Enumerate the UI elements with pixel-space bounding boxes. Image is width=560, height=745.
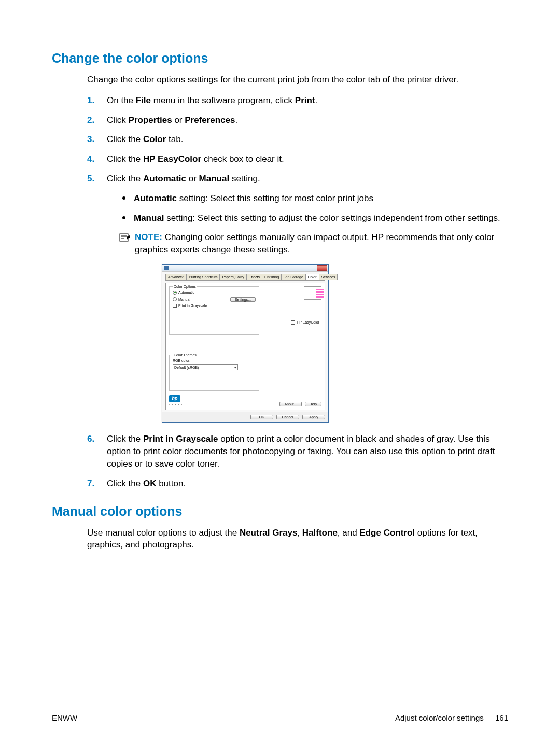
step-2: Click Properties or Preferences. <box>87 114 508 126</box>
dialog-titlebar[interactable] <box>162 265 328 272</box>
radio-manual-label: Manual <box>178 297 190 302</box>
bold-color: Color <box>143 134 166 144</box>
note-text: NOTE: Changing color settings manually c… <box>135 231 508 256</box>
footer-right: Adjust color/color settings 161 <box>395 712 508 723</box>
tab-finishing[interactable]: Finishing <box>262 274 282 280</box>
intro-paragraph: Change the color options settings for th… <box>87 74 508 86</box>
bullet-automatic: Automatic setting: Select this setting f… <box>119 192 508 205</box>
apply-button[interactable]: Apply <box>302 415 325 419</box>
bold-manual: Manual <box>134 213 164 223</box>
bold-automatic: Automatic <box>134 193 177 203</box>
help-button[interactable]: Help <box>305 402 321 406</box>
text: Click the <box>107 174 143 184</box>
bold-properties: Properties <box>129 115 172 125</box>
step-7: Click the OK button. <box>87 477 508 490</box>
radio-manual[interactable]: Manual <box>173 297 190 302</box>
tab-advanced[interactable]: Advanced <box>165 274 187 280</box>
color-tab-dialog: Advanced Printing Shortcuts Paper/Qualit… <box>162 264 329 423</box>
group-color-options: Color Options Automatic Manual <box>169 286 259 335</box>
text: setting: Select this setting to adjust t… <box>164 213 500 223</box>
preview-area: HP EasyColor <box>270 286 321 326</box>
step-4: Click the HP EasyColor check box to clea… <box>87 153 508 165</box>
text: tab. <box>166 134 183 144</box>
text: setting. <box>229 174 260 184</box>
dialog-bottom-row: hp • • • • • About... Help <box>169 395 321 406</box>
close-icon[interactable] <box>317 265 327 271</box>
cancel-button[interactable]: Cancel <box>276 415 299 419</box>
bold-edge-control: Edge Control <box>359 528 415 538</box>
text: , <box>297 528 302 538</box>
group-title-color-options: Color Options <box>173 284 197 289</box>
tab-strip: Advanced Printing Shortcuts Paper/Qualit… <box>165 274 325 281</box>
radio-automatic-label: Automatic <box>178 290 194 296</box>
step-5: Click the Automatic or Manual setting. A… <box>87 173 508 423</box>
text: setting: Select this setting for most co… <box>177 193 373 203</box>
step-3: Click the Color tab. <box>87 133 508 146</box>
manual-intro-paragraph: Use manual color options to adjust the N… <box>87 527 508 552</box>
checkbox-icon <box>173 304 177 308</box>
note-label: NOTE: <box>135 232 162 242</box>
tab-job-storage[interactable]: Job Storage <box>281 274 306 280</box>
text: , and <box>338 528 360 538</box>
text: Use manual color options to adjust the <box>87 528 240 538</box>
substep-bullets: Automatic setting: Select this setting f… <box>119 192 508 224</box>
text: Click the <box>107 434 143 444</box>
dialog-screenshot: Advanced Printing Shortcuts Paper/Qualit… <box>162 264 508 423</box>
tab-panel-color: HP EasyColor Color Options Automatic <box>165 283 325 410</box>
dialog-body: Advanced Printing Shortcuts Paper/Qualit… <box>162 272 328 412</box>
hp-easycolor-label: HP EasyColor <box>297 320 319 325</box>
tab-paper-quality[interactable]: Paper/Quality <box>219 274 246 280</box>
steps-list-top: On the File menu in the software program… <box>87 94 508 490</box>
tab-effects[interactable]: Effects <box>246 274 262 280</box>
text: check box to clear it. <box>201 154 284 164</box>
document-page: Change the color options Change the colo… <box>0 0 560 745</box>
dropdown-value: Default (sRGB) <box>174 365 199 370</box>
text: Click the <box>107 479 143 488</box>
radio-icon <box>173 291 177 295</box>
text: button. <box>156 479 186 488</box>
logo-subtext: • • • • • <box>169 402 183 406</box>
text: On the <box>107 95 136 105</box>
settings-button[interactable]: Settings... <box>230 297 256 302</box>
dialog-footer: OK Cancel Apply <box>162 412 328 422</box>
about-button[interactable]: About... <box>279 402 301 406</box>
page-footer: ENWW Adjust color/color settings 161 <box>52 712 508 723</box>
group-color-themes: Color Themes RGB color: Default (sRGB) <box>169 355 259 391</box>
text: . <box>235 115 238 125</box>
rgb-color-dropdown[interactable]: Default (sRGB) <box>173 364 238 371</box>
rgb-color-label: RGB color: <box>173 358 256 363</box>
bold-halftone: Halftone <box>302 528 338 538</box>
hp-easycolor-checkbox[interactable]: HP EasyColor <box>289 319 321 326</box>
bold-neutral-grays: Neutral Grays <box>240 528 298 538</box>
text: or <box>172 115 185 125</box>
checkbox-print-grayscale[interactable]: Print in Grayscale <box>173 303 256 308</box>
text: menu in the software program, click <box>151 95 295 105</box>
tab-printing-shortcuts[interactable]: Printing Shortcuts <box>186 274 220 280</box>
tab-services[interactable]: Services <box>319 274 338 280</box>
tab-color[interactable]: Color <box>305 274 319 280</box>
heading-manual-color-options: Manual color options <box>52 502 508 521</box>
bold-ok: OK <box>143 479 157 488</box>
note-icon <box>119 232 131 243</box>
bold-file: File <box>136 95 151 105</box>
step-1: On the File menu in the software program… <box>87 94 508 107</box>
text: Click the <box>107 134 143 144</box>
bold-print-in-grayscale: Print in Grayscale <box>143 434 218 444</box>
radio-automatic[interactable]: Automatic <box>173 290 256 296</box>
radio-manual-row: Manual Settings... <box>173 297 256 302</box>
bold-hpeasycolor: HP EasyColor <box>143 154 201 164</box>
heading-change-color-options: Change the color options <box>52 49 508 67</box>
print-grayscale-label: Print in Grayscale <box>178 303 207 308</box>
hp-logo-icon: hp <box>169 395 180 402</box>
bullet-manual: Manual setting: Select this setting to a… <box>119 212 508 224</box>
bold-print: Print <box>295 95 315 105</box>
bold-preferences: Preferences <box>185 115 235 125</box>
text: Click the <box>107 154 143 164</box>
text: . <box>315 95 318 105</box>
text: Click <box>107 115 129 125</box>
step-6: Click the Print in Grayscale option to p… <box>87 433 508 470</box>
group-title-color-themes: Color Themes <box>173 353 198 358</box>
note-block: NOTE: Changing color settings manually c… <box>119 231 508 256</box>
ok-button[interactable]: OK <box>250 415 273 419</box>
radio-icon <box>173 297 177 301</box>
